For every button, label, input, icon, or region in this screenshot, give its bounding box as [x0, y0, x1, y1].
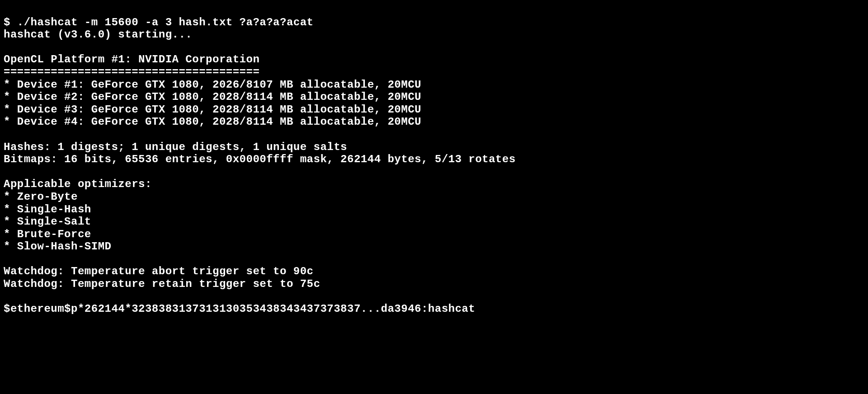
device-4: * Device #4: GeForce GTX 1080, 2028/8114…: [4, 116, 421, 128]
optimizer-3: * Single-Salt: [4, 216, 91, 228]
command-line: ./hashcat -m 15600 -a 3 hash.txt ?a?a?a?…: [17, 16, 314, 28]
result-line: $ethereum$p*262144*323838313731313035343…: [4, 303, 475, 315]
device-1: * Device #1: GeForce GTX 1080, 2026/8107…: [4, 79, 421, 91]
starting-line: hashcat (v3.6.0) starting...: [4, 28, 192, 41]
device-3: * Device #3: GeForce GTX 1080, 2028/8114…: [4, 103, 421, 116]
hashes-line: Hashes: 1 digests; 1 unique digests, 1 u…: [4, 141, 347, 153]
watchdog-1: Watchdog: Temperature abort trigger set …: [4, 265, 314, 277]
optimizer-4: * Brute-Force: [4, 228, 91, 240]
watchdog-2: Watchdog: Temperature retain trigger set…: [4, 278, 320, 290]
bitmaps-line: Bitmaps: 16 bits, 65536 entries, 0x0000f…: [4, 153, 516, 165]
terminal-output: $ ./hashcat -m 15600 -a 3 hash.txt ?a?a?…: [4, 4, 864, 315]
device-2: * Device #2: GeForce GTX 1080, 2028/8114…: [4, 91, 421, 103]
platform-divider: ======================================: [4, 66, 259, 78]
optimizer-5: * Slow-Hash-SIMD: [4, 240, 111, 253]
prompt: $: [4, 16, 17, 28]
optimizer-1: * Zero-Byte: [4, 191, 78, 203]
optimizer-2: * Single-Hash: [4, 203, 91, 216]
platform-header: OpenCL Platform #1: NVIDIA Corporation: [4, 53, 259, 66]
optimizers-header: Applicable optimizers:: [4, 178, 152, 190]
